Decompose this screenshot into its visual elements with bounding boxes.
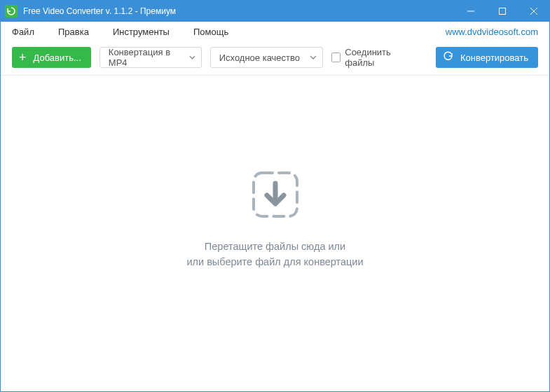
menu-file[interactable]: Файл xyxy=(12,27,43,37)
menubar: Файл Правка Инструменты Помощь www.dvdvi… xyxy=(1,22,549,41)
drop-zone[interactable]: Перетащите файлы сюда или или выберите ф… xyxy=(1,47,549,391)
menu-help[interactable]: Помощь xyxy=(193,27,237,37)
site-link[interactable]: www.dvdvideosoft.com xyxy=(446,27,538,37)
titlebar: Free Video Converter v. 1.1.2 - Премиум xyxy=(1,1,549,22)
close-button[interactable] xyxy=(518,1,549,22)
minimize-button[interactable] xyxy=(455,1,486,22)
window-controls xyxy=(455,1,549,22)
drop-text-line1: Перетащите файлы сюда или xyxy=(205,241,345,252)
app-icon xyxy=(5,5,18,18)
minimize-icon xyxy=(467,8,474,15)
menu-edit[interactable]: Правка xyxy=(58,27,97,37)
menu-tools[interactable]: Инструменты xyxy=(113,27,178,37)
maximize-button[interactable] xyxy=(486,1,518,22)
drop-text-line2: или выберите файл для конвертации xyxy=(186,256,363,267)
close-icon xyxy=(530,8,537,15)
svg-rect-1 xyxy=(499,8,505,15)
window-title: Free Video Converter v. 1.1.2 - Премиум xyxy=(23,6,455,16)
maximize-icon xyxy=(499,8,506,15)
download-arrow-icon xyxy=(248,167,303,224)
